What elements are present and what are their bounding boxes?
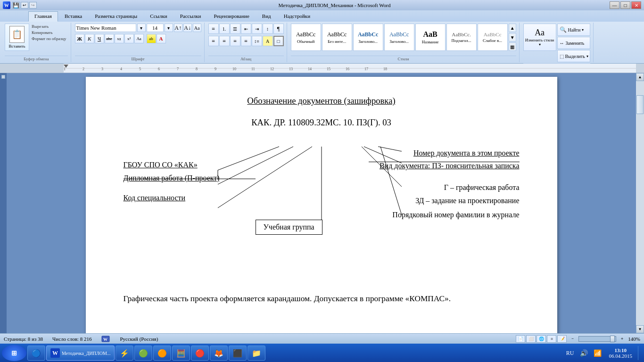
taskbar-item-orange[interactable]: 🟠	[153, 346, 171, 361]
replace-button[interactable]: ↔ Заменить	[557, 37, 590, 49]
line-spacing[interactable]: ↕≡	[252, 36, 262, 46]
taskbar-item-black[interactable]: ⬛	[229, 346, 247, 361]
change-case-button[interactable]: Аа	[134, 34, 144, 43]
scroll-track[interactable]	[636, 81, 644, 325]
increase-indent[interactable]: ⇥	[252, 24, 262, 34]
taskbar-item-chrome2[interactable]: 🟢	[134, 346, 152, 361]
font-color-button[interactable]: А	[157, 34, 166, 43]
zoom-minus[interactable]: －	[570, 336, 575, 342]
clipboard-group: 📋 Вставить Вырезать Копировать Формат по…	[2, 23, 71, 62]
font-size-decrease[interactable]: A↓	[183, 24, 192, 32]
tab-addins[interactable]: Надстройки	[278, 11, 316, 22]
close-button[interactable]: ✕	[631, 1, 641, 9]
save-icon[interactable]: 💾	[12, 2, 20, 8]
styles-scroll[interactable]: ▲ ▼ ▦	[509, 24, 516, 51]
start-button[interactable]: ⊞	[2, 345, 26, 361]
zoom-slider[interactable]	[578, 336, 616, 342]
clock[interactable]: 13:10 06.04.2015	[605, 346, 636, 360]
tab-home[interactable]: Главная	[28, 11, 58, 22]
multilevel-button[interactable]: ☰	[230, 24, 240, 34]
document-scroll[interactable]: Обозначение документов (зашифровка) КАК.…	[7, 73, 636, 333]
tab-view[interactable]: Вид	[256, 11, 277, 22]
maximize-button[interactable]: □	[620, 1, 630, 9]
cut-button[interactable]: Вырезать	[30, 24, 68, 29]
web-layout-view[interactable]: 🌐	[537, 335, 546, 343]
taskbar-item-flash[interactable]: ⚡	[116, 346, 133, 361]
scroll-up-arrow[interactable]: ▲	[636, 73, 644, 81]
font-name-dropdown[interactable]: ▾	[137, 24, 146, 32]
style-normal[interactable]: AaBbCс Обычный	[291, 24, 321, 51]
tab-insert[interactable]: Вставка	[58, 11, 88, 22]
align-center[interactable]: ≡	[219, 36, 230, 46]
underline-button[interactable]: Ч	[95, 34, 104, 43]
font-size-dropdown[interactable]: ▾	[165, 24, 173, 32]
zoom-thumb[interactable]	[610, 336, 615, 342]
network-icon[interactable]: 📶	[592, 348, 603, 358]
left-margin-indicator[interactable]	[1, 75, 5, 79]
taskbar-item-explorer[interactable]: 📁	[248, 346, 265, 361]
clock-date: 06.04.2015	[609, 353, 633, 359]
scroll-thumb[interactable]	[636, 95, 644, 114]
justify[interactable]: ≡	[241, 36, 251, 46]
taskbar-item-firefox[interactable]: 🦊	[210, 346, 228, 361]
font-size-box[interactable]: 14	[147, 24, 164, 32]
print-layout-view[interactable]: 📄	[516, 335, 525, 343]
label-right5: Порядковый номер фамилии в журнале	[392, 210, 519, 220]
style-no-spacing[interactable]: AaBbCс Без инте...	[322, 24, 352, 51]
paste-button[interactable]: 📋 Вставить	[5, 24, 29, 51]
subscript-button[interactable]: x₂	[115, 34, 124, 43]
decrease-indent[interactable]: ⇤	[241, 24, 251, 34]
sort-button[interactable]: ↕	[263, 24, 273, 34]
select-button[interactable]: ⬚ Выделить ▾	[557, 50, 590, 62]
highlight-button[interactable]: ab	[147, 34, 156, 43]
numbering-button[interactable]: 1.	[219, 24, 230, 34]
font-size-increase[interactable]: A↑	[174, 24, 182, 32]
style-subtitle[interactable]: AaBbCс. Подзагол...	[446, 24, 477, 51]
draft-view[interactable]: 📝	[557, 335, 567, 343]
style-subtle-emphasis[interactable]: AaBbCс Слабое в...	[478, 24, 508, 51]
redo-icon[interactable]: ↪	[29, 2, 37, 8]
bullets-button[interactable]: ≡	[208, 24, 219, 34]
spell-check-icon[interactable]: W	[101, 335, 110, 343]
find-button[interactable]: 🔍 Найти ▾	[557, 24, 590, 36]
document: Обозначение документов (зашифровка) КАК.…	[86, 77, 557, 333]
copy-button[interactable]: Копировать	[30, 30, 68, 35]
strikethrough-button[interactable]: abe	[105, 34, 114, 43]
border-button[interactable]: □	[273, 36, 284, 46]
outline-view[interactable]: ≡	[547, 335, 556, 343]
undo-icon[interactable]: ↩	[21, 2, 28, 8]
tab-references[interactable]: Ссылки	[144, 11, 173, 22]
taskbar-item-word[interactable]: W Методичка_ДИПЛОМ...	[46, 346, 115, 361]
tab-review[interactable]: Рецензирование	[208, 11, 256, 22]
show-desktop[interactable]	[638, 346, 642, 360]
show-hide-button[interactable]: ¶	[273, 24, 284, 34]
taskbar-item-chrome[interactable]: 🔵	[27, 346, 45, 361]
full-screen-view[interactable]: ⬜	[526, 335, 536, 343]
tab-mailings[interactable]: Рассылки	[174, 11, 207, 22]
align-right[interactable]: ≡	[230, 36, 240, 46]
sound-icon[interactable]: 🔊	[578, 348, 590, 358]
minimize-button[interactable]: —	[610, 1, 619, 9]
bold-button[interactable]: Ж	[75, 34, 84, 43]
font-name-box[interactable]: Times New Roman	[75, 24, 136, 32]
taskbar-item-calc[interactable]: 🧮	[172, 346, 190, 361]
clear-format-button[interactable]: Аа	[193, 24, 201, 32]
shading-button[interactable]: A	[263, 36, 273, 46]
style-title[interactable]: AaB Название	[415, 24, 446, 51]
taskbar-item-red[interactable]: 🔴	[191, 346, 209, 361]
change-styles-button[interactable]: Аа Изменить стили ▾	[523, 24, 556, 51]
svg-text:W: W	[103, 337, 107, 342]
scroll-down-arrow[interactable]: ▼	[636, 325, 644, 333]
superscript-button[interactable]: x²	[124, 34, 134, 43]
language-indicator[interactable]: RU	[564, 349, 576, 358]
align-left[interactable]: ≡	[208, 36, 219, 46]
svg-text:18: 18	[383, 67, 387, 71]
style-heading2[interactable]: AaBbCс Заголово...	[384, 24, 414, 51]
vertical-scrollbar[interactable]: ▲ ▼	[636, 73, 644, 333]
tab-page-layout[interactable]: Разметка страницы	[89, 11, 143, 22]
zoom-plus[interactable]: ＋	[620, 336, 624, 342]
format-painter-button[interactable]: Формат по образцу	[30, 36, 68, 41]
italic-button[interactable]: К	[85, 34, 94, 43]
style-heading1[interactable]: AaBbCс Заголово...	[353, 24, 383, 51]
clock-time: 13:10	[609, 347, 633, 353]
